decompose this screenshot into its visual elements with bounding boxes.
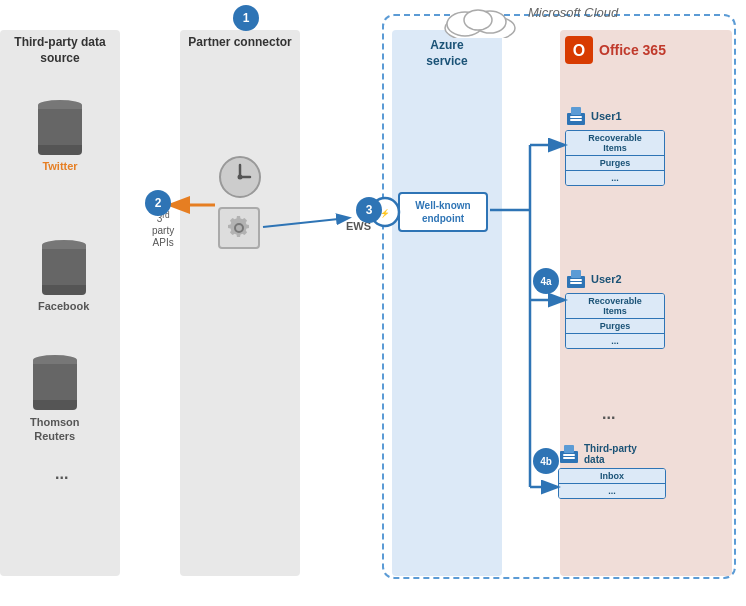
svg-rect-13 [571, 107, 581, 115]
step-4b-circle: 4b [533, 448, 559, 474]
step-4a-circle: 4a [533, 268, 559, 294]
user2-recoverable: RecoverableItems [566, 294, 664, 319]
facebook-datasource: Facebook [38, 240, 89, 312]
user2-purges: Purges [566, 319, 664, 334]
step-3-circle: 3 [356, 197, 382, 223]
office365-label: Office 365 [599, 42, 666, 58]
svg-rect-19 [563, 454, 575, 456]
users-dots: ... [602, 405, 615, 423]
svg-point-5 [464, 10, 492, 30]
header-partner: Partner connector [180, 35, 300, 51]
user2-mailbox-icon [565, 268, 587, 290]
gear-icon-box [218, 207, 260, 249]
more-sources-dots: ... [55, 465, 68, 483]
user1-dots: ... [566, 171, 664, 185]
user1-mailbox-icon [565, 105, 587, 127]
thirdparty-mailbox-icon [558, 443, 580, 465]
svg-rect-11 [570, 116, 582, 118]
svg-rect-15 [570, 279, 582, 281]
col-partner-bg [180, 30, 300, 576]
user2-label: User2 [591, 273, 622, 285]
thirdparty-dots: ... [559, 484, 665, 498]
user1-purges: Purges [566, 156, 664, 171]
facebook-label: Facebook [38, 300, 89, 312]
endpoint-box: Well-known endpoint [398, 192, 488, 232]
ms-cloud-label: Microsoft Cloud [528, 5, 618, 20]
user1-recoverable: RecoverableItems [566, 131, 664, 156]
gear-icon [226, 215, 252, 241]
svg-rect-12 [570, 119, 582, 121]
user1-mailbox: User1 RecoverableItems Purges ... [565, 105, 665, 186]
office365-icon: O [565, 36, 593, 64]
svg-rect-16 [570, 282, 582, 284]
cyl-body [38, 109, 82, 145]
twitter-datasource: Twitter [38, 100, 82, 172]
user2-mailbox: User2 RecoverableItems Purges ... [565, 268, 665, 349]
svg-rect-21 [564, 445, 574, 453]
step-2-circle: 2 [145, 190, 171, 216]
thirdparty-inbox: Inbox [559, 469, 665, 484]
svg-rect-20 [563, 457, 575, 459]
step-1-circle: 1 [233, 5, 259, 31]
reuters-datasource: ThomsonReuters [30, 355, 80, 444]
col-azure-bg [392, 30, 502, 576]
header-office365: O Office 365 [565, 36, 666, 64]
diagram: Third-party data source Partner connecto… [0, 0, 746, 606]
header-third-party: Third-party data source [0, 35, 120, 66]
thirdparty-data-label: Third-partydata [584, 443, 637, 465]
reuters-label: ThomsonReuters [30, 415, 80, 444]
header-azure: Azureservice [392, 38, 502, 69]
svg-rect-17 [571, 270, 581, 278]
twitter-label: Twitter [42, 160, 77, 172]
clock-icon [218, 155, 262, 202]
thirdparty-mailbox: Third-partydata Inbox ... [558, 443, 666, 499]
user1-label: User1 [591, 110, 622, 122]
cloud-icon [440, 0, 520, 38]
user2-dots: ... [566, 334, 664, 348]
svg-text:O: O [573, 42, 585, 59]
svg-point-9 [238, 175, 243, 180]
